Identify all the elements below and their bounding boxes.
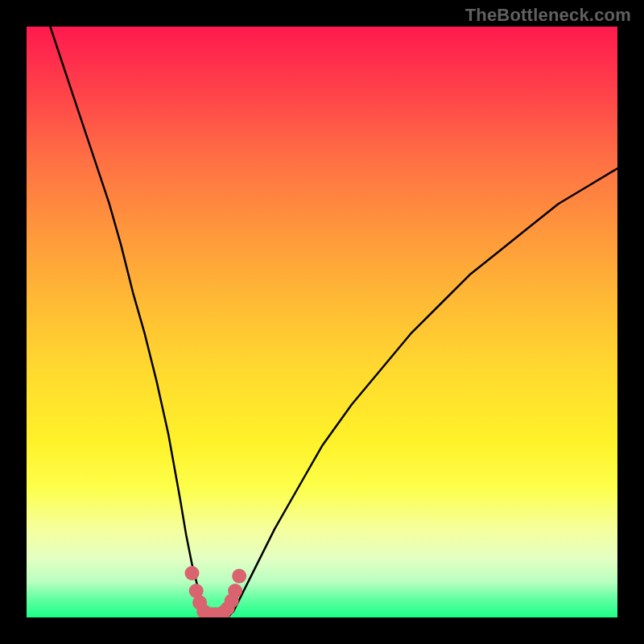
- sweet-spot-dot: [228, 584, 242, 598]
- chart-frame: TheBottleneck.com: [0, 0, 644, 644]
- bottleneck-curve: [50, 27, 617, 617]
- sweet-spot-dot: [232, 569, 246, 584]
- plot-area: [27, 27, 617, 617]
- watermark-text: TheBottleneck.com: [465, 5, 631, 26]
- sweet-spot-markers: [185, 566, 247, 617]
- chart-svg: [27, 27, 617, 617]
- sweet-spot-dot: [185, 566, 200, 580]
